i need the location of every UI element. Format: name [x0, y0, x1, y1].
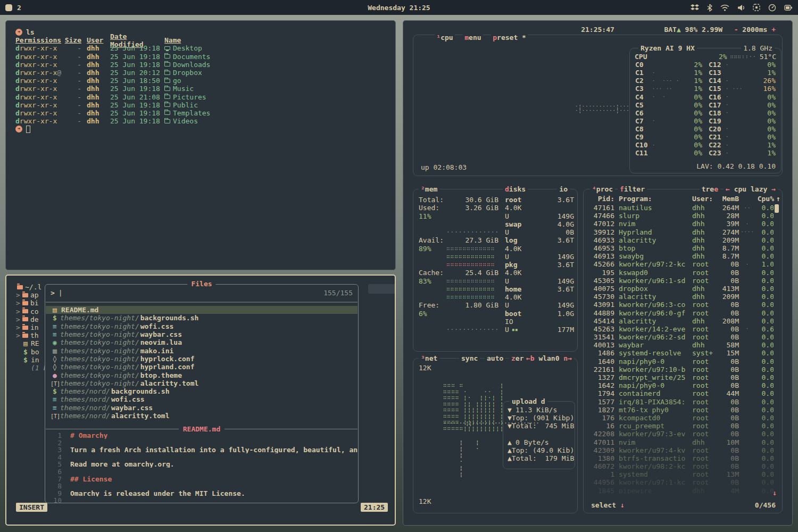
- picker-result-item[interactable]: themes/tokyo-night/ btop.theme: [46, 371, 358, 379]
- col-memb[interactable]: MemB: [717, 195, 739, 203]
- process-row[interactable]: 40075 dropbox dhh 413M 0.0: [587, 285, 774, 293]
- picker-prompt[interactable]: > | 155/155: [51, 289, 353, 297]
- process-row[interactable]: 16 rcu_preempt root 0B 0.0: [587, 422, 774, 430]
- process-row[interactable]: 1642 napi/phy0-0 root 0B 0.0: [587, 381, 774, 389]
- process-row[interactable]: 176 kcompactd0 root 0B 0.0: [587, 414, 774, 422]
- picker-result-item[interactable]: themes/tokyo-night/ backgrounds.sh: [46, 314, 358, 322]
- select-arrow-icon[interactable]: ↓: [620, 501, 625, 509]
- process-row[interactable]: 1827 mt76-tx phy0 root 0B 0.0: [587, 406, 774, 414]
- process-row[interactable]: 40013 waybar dhh 58M 0.0: [587, 341, 774, 349]
- process-row[interactable]: 43091 kworker/u96:3-co root 0B 0.0: [587, 301, 774, 309]
- chevron-right-icon[interactable]: >: [16, 315, 20, 323]
- chevron-right-icon[interactable]: >: [16, 299, 20, 307]
- chevron-right-icon[interactable]: >: [16, 291, 20, 299]
- process-row[interactable]: 47012 nvim dhh 39M · 0.0: [587, 220, 774, 228]
- process-row[interactable]: 39912 Hyprland dhh 274M ···· 0.0: [587, 228, 774, 236]
- io-title[interactable]: io: [557, 185, 570, 193]
- picker-result-item[interactable]: themes/nord/ alacritty.toml: [46, 412, 358, 420]
- picker-result-item[interactable]: themes/nord/ waybar.css: [46, 404, 358, 412]
- file-user: dhh: [87, 117, 108, 125]
- process-row[interactable]: 45266 kworker/u97:2-kc root 0B · 1.0: [587, 260, 774, 268]
- process-row[interactable]: 1845 pipewire dhh 4M 0.0: [587, 487, 774, 494]
- sort-arrow-icon[interactable]: ↑: [776, 195, 780, 203]
- package-icon[interactable]: [691, 4, 699, 11]
- process-row[interactable]: 1 systemd root 13M 0.0: [587, 470, 774, 478]
- process-row[interactable]: 45305 kworker/u96:1-sd root 0B 0.0: [587, 277, 774, 285]
- cpu-total-graph: ∷∷∷∶∶··: [730, 54, 757, 60]
- process-row[interactable]: 31541 kworker/u96:2-sd root 0B 0.0: [587, 333, 774, 341]
- picker-result-item[interactable]: themes/nord/ wofi.css: [46, 395, 358, 403]
- preset-button[interactable]: preset *: [491, 34, 528, 41]
- files-picker[interactable]: Files > | 155/155 README.md themes/tokyo…: [45, 284, 359, 503]
- net-interface-switcher[interactable]: ←b wlan0 n→: [524, 354, 574, 362]
- picker-result-item[interactable]: themes/nord/ backgrounds.sh: [46, 387, 358, 395]
- chevron-right-icon[interactable]: >: [16, 323, 20, 331]
- process-row[interactable]: 42208 kworker/u97:3-ev root 0B 0.0: [587, 430, 774, 438]
- proc-tree-button[interactable]: tree: [700, 185, 720, 193]
- disks-title[interactable]: disks: [503, 185, 528, 193]
- volume-icon[interactable]: [737, 4, 745, 11]
- disk-value: 149G: [558, 253, 574, 261]
- result-dir: themes/nord/: [60, 395, 110, 403]
- picker-result-item[interactable]: themes/tokyo-night/ alacritty.toml: [46, 379, 358, 387]
- mem-title[interactable]: ²mem: [419, 185, 439, 193]
- menu-button[interactable]: menu: [463, 34, 483, 41]
- chevron-right-icon[interactable]: >: [16, 331, 20, 339]
- process-row[interactable]: 46072 kworker/u98:2-kc root 0B 0.0: [587, 462, 774, 470]
- gauge-icon[interactable]: [768, 4, 776, 12]
- process-row[interactable]: 44889 kworker/u96:0-gf root 0B 0.0: [587, 309, 774, 317]
- process-row[interactable]: 42309 kworker/u97:4-kv root 0B 0.0: [587, 446, 774, 454]
- process-row[interactable]: 1794 containerd root 44M 0.0: [587, 389, 774, 397]
- process-row[interactable]: 1380 btrfs-transactio root 0B 0.0: [587, 454, 774, 462]
- process-row[interactable]: 47011 nvim dhh 10M 0.0: [587, 438, 774, 446]
- picker-result-item[interactable]: themes/tokyo-night/ wofi.css: [46, 322, 358, 330]
- shell-prompt-line-2[interactable]: ➜: [15, 125, 395, 133]
- process-row[interactable]: 1640 napi/phy0-0 root 0B 0.0: [587, 358, 774, 365]
- wifi-icon[interactable]: [720, 4, 729, 11]
- net-auto-option[interactable]: auto: [485, 354, 505, 362]
- process-row[interactable]: 47466 slurp dhh 28M 0.0: [587, 212, 774, 220]
- chevron-right-icon[interactable]: >: [16, 307, 20, 315]
- process-row[interactable]: 45414 alacritty dhh 208M 0.0: [587, 317, 774, 325]
- picker-result-item[interactable]: themes/tokyo-night/ neovim.lua: [46, 338, 358, 346]
- process-row[interactable]: 46953 btop dhh 8.7M 0.0: [587, 244, 774, 252]
- neovim-window[interactable]: ~/.l > ap > bi > co > de: [5, 275, 396, 526]
- tab-cpu[interactable]: ¹cpu: [435, 34, 454, 41]
- col-user[interactable]: User:: [692, 195, 717, 203]
- col-pid[interactable]: Pid:: [587, 195, 614, 203]
- col-cpu[interactable]: Cpu%: [756, 195, 774, 203]
- picker-result-item[interactable]: themes/tokyo-night/ hyprland.conf: [46, 363, 358, 371]
- process-row[interactable]: 22161 kworker/u97:10-b root 0B 0.0: [587, 365, 774, 373]
- process-row[interactable]: 1327 dmcrypt_write/25 root 0B 0.0: [587, 373, 774, 381]
- net-sync-option[interactable]: sync: [459, 354, 480, 362]
- picker-result-item[interactable]: themes/tokyo-night/ mako.ini: [46, 346, 358, 354]
- proc-scrollbar-thumb[interactable]: [775, 204, 779, 213]
- bluetooth-icon[interactable]: [707, 4, 712, 12]
- net-title[interactable]: ³net: [419, 354, 439, 362]
- process-row[interactable]: 1577 irq/81-PIXA3854: root 0B 0.0: [587, 398, 774, 406]
- process-row[interactable]: 47161 nautilus dhh 264M ·· 0.0: [587, 204, 774, 212]
- line-number: 7: [46, 475, 62, 483]
- process-row[interactable]: 195 kswapd0 root 0B 0.0: [587, 269, 774, 277]
- screencast-icon[interactable]: [753, 4, 760, 11]
- process-row[interactable]: 45730 alacritty dhh 209M 0.0: [587, 293, 774, 301]
- picker-result-item[interactable]: themes/tokyo-night/ waybar.css: [46, 330, 358, 338]
- proc-sort-switcher[interactable]: ← cpu lazy →: [724, 185, 778, 193]
- process-row[interactable]: 46913 swaybg dhh 8.7M 0.0: [587, 252, 774, 260]
- battery-icon[interactable]: [784, 4, 793, 11]
- refresh-interval[interactable]: - 2000ms +: [733, 26, 777, 34]
- process-row[interactable]: 45263 kworker/14:2-eve root 0B · 0.6: [587, 325, 774, 333]
- scroll-down-icon[interactable]: ↓: [772, 489, 777, 497]
- process-row[interactable]: 46933 alacritty dhh 209M 0.0: [587, 236, 774, 244]
- picker-result-item[interactable]: README.md: [46, 306, 358, 314]
- proc-title[interactable]: ⁴proc: [590, 185, 615, 193]
- col-program[interactable]: Program:: [619, 195, 692, 203]
- picker-result-item[interactable]: themes/tokyo-night/ hyprlock.conf: [46, 355, 358, 363]
- process-row[interactable]: 44956 kworker/u97:1-kc root 0B 0.0: [587, 478, 774, 486]
- proc-filter-button[interactable]: filter: [618, 185, 647, 193]
- select-label[interactable]: select: [591, 501, 616, 509]
- btop-window[interactable]: ¹cpu menu preset * 21:25:47 BAT▲ 98% 2.9…: [403, 20, 793, 526]
- terminal-window-ls[interactable]: ➜ ls Permissions Size User Date Modified…: [5, 20, 396, 270]
- proc-pid: 1794: [587, 389, 614, 397]
- process-row[interactable]: 1486 systemd-resolve syst+ 15M 0.0: [587, 349, 774, 357]
